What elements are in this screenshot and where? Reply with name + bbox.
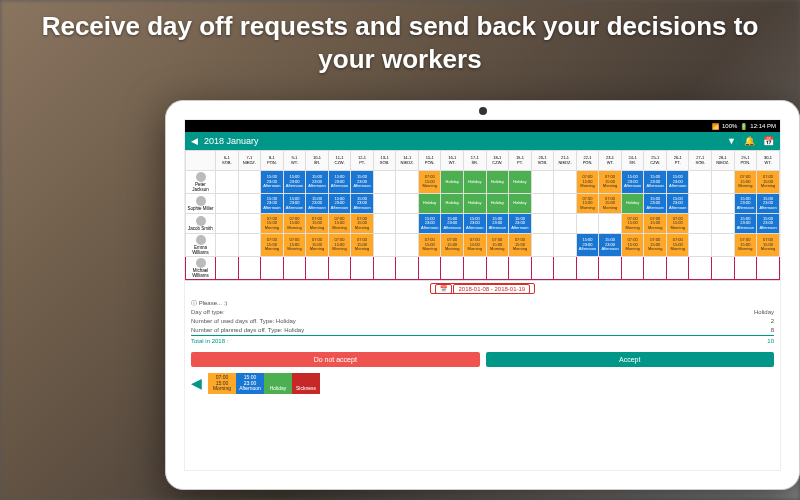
shift-cell-empty[interactable] xyxy=(396,257,419,280)
shift-cell[interactable]: 07:0015:00Morning xyxy=(306,234,329,257)
shift-cell-empty[interactable] xyxy=(554,234,577,257)
shift-cell-empty[interactable] xyxy=(666,257,689,280)
shift-cell-empty[interactable] xyxy=(531,194,554,214)
employee-cell[interactable]: Jacob Smith xyxy=(186,214,216,234)
shift-cell[interactable]: 15:0023:00Afternoon xyxy=(757,194,780,214)
shift-cell-empty[interactable] xyxy=(554,194,577,214)
shift-cell-empty[interactable] xyxy=(599,257,622,280)
shift-cell-empty[interactable] xyxy=(238,171,261,194)
shift-cell[interactable]: Holiday xyxy=(464,194,487,214)
shift-cell[interactable]: 07:0015:00Morning xyxy=(666,214,689,234)
shift-cell[interactable]: 15:0023:00Afternoon xyxy=(757,214,780,234)
shift-cell-empty[interactable] xyxy=(283,257,306,280)
shift-cell[interactable]: Holiday xyxy=(486,194,509,214)
shift-cell[interactable]: 15:0023:00Afternoon xyxy=(621,171,644,194)
employee-cell[interactable]: Michael Williams xyxy=(186,257,216,280)
shift-cell[interactable]: Holiday xyxy=(464,171,487,194)
shift-cell-empty[interactable] xyxy=(757,257,780,280)
shift-cell[interactable]: 07:0015:00Morning xyxy=(261,214,284,234)
accept-button[interactable]: Accept xyxy=(486,352,775,367)
dropdown-icon[interactable]: ▼ xyxy=(727,136,736,146)
shift-cell[interactable]: 07:0015:00Morning xyxy=(351,234,374,257)
calendar-icon[interactable]: 📅 xyxy=(763,136,774,146)
shift-cell-empty[interactable] xyxy=(396,171,419,194)
shift-cell-empty[interactable] xyxy=(373,234,396,257)
shift-cell[interactable]: 07:0015:00Morning xyxy=(666,234,689,257)
shift-cell[interactable]: 07:0015:00Morning xyxy=(599,171,622,194)
shift-cell[interactable]: 15:0023:00Afternoon xyxy=(734,194,757,214)
shift-cell[interactable]: 15:0023:00Afternoon xyxy=(328,171,351,194)
shift-cell-empty[interactable] xyxy=(351,257,374,280)
shift-cell[interactable]: Holiday xyxy=(441,194,464,214)
shift-cell[interactable]: 07:0015:00Morning xyxy=(734,234,757,257)
shift-cell-empty[interactable] xyxy=(238,194,261,214)
shift-cell-empty[interactable] xyxy=(689,214,712,234)
shift-cell-empty[interactable] xyxy=(373,214,396,234)
shift-cell[interactable]: Holiday xyxy=(418,194,441,214)
shift-cell-empty[interactable] xyxy=(509,257,532,280)
shift-cell[interactable]: 07:0015:00Morning xyxy=(351,214,374,234)
shift-cell-empty[interactable] xyxy=(216,234,239,257)
employee-cell[interactable]: Peter Jackson xyxy=(186,171,216,194)
shift-cell[interactable]: Holiday xyxy=(441,171,464,194)
shift-cell-empty[interactable] xyxy=(621,257,644,280)
shift-cell[interactable]: 15:0023:00Afternoon xyxy=(644,194,667,214)
shift-cell-empty[interactable] xyxy=(396,234,419,257)
shift-cell-empty[interactable] xyxy=(554,257,577,280)
shift-cell[interactable]: 07:0015:00Morning xyxy=(418,234,441,257)
shift-cell-empty[interactable] xyxy=(306,257,329,280)
shift-cell-empty[interactable] xyxy=(689,194,712,214)
shift-cell-empty[interactable] xyxy=(712,257,735,280)
shift-cell-empty[interactable] xyxy=(689,257,712,280)
shift-cell-empty[interactable] xyxy=(712,171,735,194)
shift-cell[interactable]: 15:0023:00Afternoon xyxy=(306,194,329,214)
shift-cell[interactable]: 15:0023:00Afternoon xyxy=(283,171,306,194)
shift-cell[interactable]: 07:0015:00Morning xyxy=(576,194,599,214)
shift-cell-empty[interactable] xyxy=(712,234,735,257)
shift-cell[interactable]: 15:0023:00Afternoon xyxy=(283,194,306,214)
back-icon[interactable]: ◀ xyxy=(191,136,198,146)
shift-cell[interactable]: 07:0015:00Morning xyxy=(486,234,509,257)
shift-cell[interactable]: 15:0023:00Afternoon xyxy=(441,214,464,234)
shift-cell-empty[interactable] xyxy=(216,214,239,234)
shift-cell-empty[interactable] xyxy=(238,257,261,280)
shift-cell[interactable]: 15:0023:00Afternoon xyxy=(306,171,329,194)
shift-cell-empty[interactable] xyxy=(441,257,464,280)
shift-cell[interactable]: 07:0015:00Morning xyxy=(509,234,532,257)
shift-cell[interactable]: 07:0015:00Morning xyxy=(328,234,351,257)
shift-cell[interactable]: 07:0015:00Morning xyxy=(757,171,780,194)
shift-cell[interactable]: 15:0023:00Afternoon xyxy=(464,214,487,234)
shift-cell-empty[interactable] xyxy=(644,257,667,280)
legend-back-icon[interactable]: ◀ xyxy=(191,375,202,391)
shift-cell-empty[interactable] xyxy=(531,257,554,280)
shift-cell-empty[interactable] xyxy=(238,234,261,257)
shift-cell[interactable]: Holiday xyxy=(509,194,532,214)
shift-cell[interactable]: 15:0023:00Afternoon xyxy=(418,214,441,234)
shift-cell[interactable]: 15:0023:00Afternoon xyxy=(261,194,284,214)
shift-cell-empty[interactable] xyxy=(712,194,735,214)
shift-cell[interactable]: 07:0015:00Morning xyxy=(621,234,644,257)
shift-cell-empty[interactable] xyxy=(576,257,599,280)
shift-cell-empty[interactable] xyxy=(531,214,554,234)
shift-cell-empty[interactable] xyxy=(396,194,419,214)
employee-cell[interactable]: Emma Williams xyxy=(186,234,216,257)
shift-cell[interactable]: 15:0023:00Afternoon xyxy=(666,194,689,214)
shift-cell-empty[interactable] xyxy=(531,234,554,257)
shift-cell-empty[interactable] xyxy=(689,234,712,257)
shift-cell[interactable]: Holiday xyxy=(486,171,509,194)
employee-cell[interactable]: Sophie Miller xyxy=(186,194,216,214)
shift-cell-empty[interactable] xyxy=(216,171,239,194)
shift-cell[interactable]: 07:0015:00Morning xyxy=(621,214,644,234)
shift-cell[interactable]: 07:0015:00Morning xyxy=(283,214,306,234)
shift-cell[interactable]: 07:0015:00Morning xyxy=(757,234,780,257)
shift-cell-empty[interactable] xyxy=(531,171,554,194)
shift-cell[interactable]: 15:0023:00Afternoon xyxy=(351,171,374,194)
shift-cell-empty[interactable] xyxy=(486,257,509,280)
shift-cell[interactable]: 07:0015:00Morning xyxy=(306,214,329,234)
shift-cell[interactable]: 15:0023:00Afternoon xyxy=(351,194,374,214)
shift-cell[interactable]: 07:0015:00Morning xyxy=(328,214,351,234)
shift-cell-empty[interactable] xyxy=(373,257,396,280)
bell-icon[interactable]: 🔔 xyxy=(744,136,755,146)
shift-cell-empty[interactable] xyxy=(373,194,396,214)
shift-cell[interactable]: 15:0023:00Afternoon xyxy=(599,234,622,257)
